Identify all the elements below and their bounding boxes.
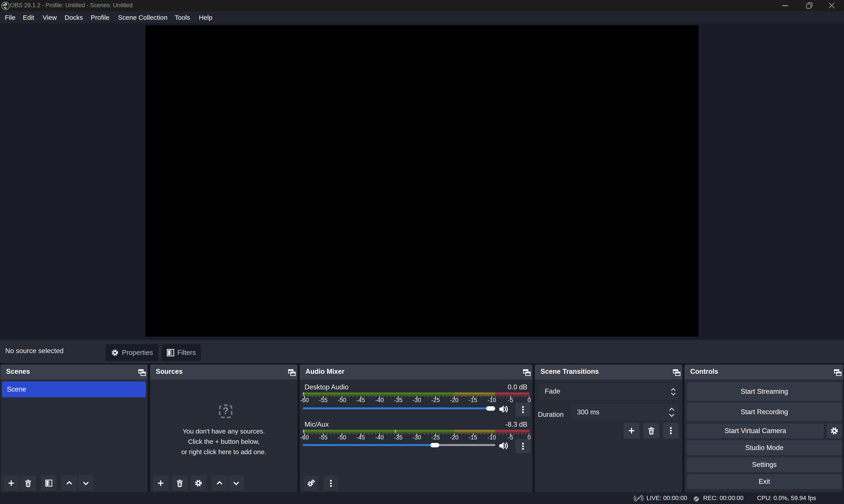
svg-text:?: ? (223, 406, 229, 416)
